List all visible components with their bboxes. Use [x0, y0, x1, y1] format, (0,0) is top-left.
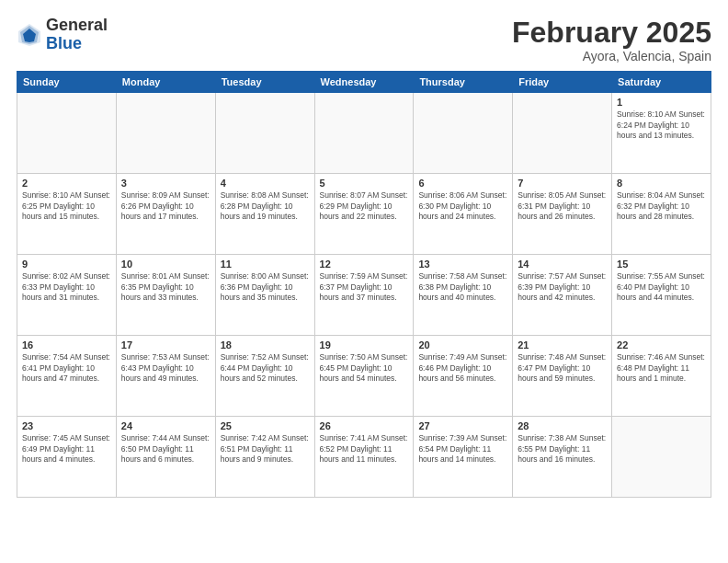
- day-info: Sunrise: 7:44 AM Sunset: 6:50 PM Dayligh…: [121, 433, 210, 465]
- day-number: 15: [617, 259, 706, 270]
- day-number: 11: [221, 259, 310, 270]
- day-number: 20: [418, 339, 507, 350]
- day-number: 9: [22, 259, 111, 270]
- table-row: 19Sunrise: 7:50 AM Sunset: 6:45 PM Dayli…: [314, 336, 414, 417]
- day-number: 18: [221, 339, 310, 350]
- day-number: 8: [617, 178, 706, 189]
- day-info: Sunrise: 8:04 AM Sunset: 6:32 PM Dayligh…: [617, 190, 706, 222]
- table-row: 22Sunrise: 7:46 AM Sunset: 6:48 PM Dayli…: [612, 336, 711, 417]
- day-number: 28: [518, 420, 607, 431]
- day-number: 2: [22, 178, 111, 189]
- day-info: Sunrise: 7:50 AM Sunset: 6:45 PM Dayligh…: [320, 352, 409, 384]
- day-info: Sunrise: 8:08 AM Sunset: 6:28 PM Dayligh…: [221, 190, 310, 222]
- calendar-week-row: 23Sunrise: 7:45 AM Sunset: 6:49 PM Dayli…: [17, 417, 711, 498]
- day-number: 13: [418, 259, 507, 270]
- calendar-week-row: 9Sunrise: 8:02 AM Sunset: 6:33 PM Daylig…: [17, 255, 711, 336]
- day-info: Sunrise: 7:53 AM Sunset: 6:43 PM Dayligh…: [121, 352, 210, 384]
- table-row: 23Sunrise: 7:45 AM Sunset: 6:49 PM Dayli…: [17, 417, 117, 498]
- logo-text: General Blue: [46, 17, 108, 53]
- table-row: 2Sunrise: 8:10 AM Sunset: 6:25 PM Daylig…: [17, 174, 117, 255]
- day-number: 19: [320, 339, 409, 350]
- day-number: 5: [320, 178, 409, 189]
- table-row: [314, 93, 414, 174]
- table-row: 10Sunrise: 8:01 AM Sunset: 6:35 PM Dayli…: [116, 255, 215, 336]
- day-number: 12: [320, 259, 409, 270]
- table-row: 1Sunrise: 8:10 AM Sunset: 6:24 PM Daylig…: [612, 93, 711, 174]
- calendar-header-row: Sunday Monday Tuesday Wednesday Thursday…: [17, 72, 711, 93]
- col-tuesday: Tuesday: [215, 72, 314, 93]
- logo-general: General: [46, 17, 108, 35]
- table-row: 16Sunrise: 7:54 AM Sunset: 6:41 PM Dayli…: [17, 336, 117, 417]
- day-info: Sunrise: 7:57 AM Sunset: 6:39 PM Dayligh…: [518, 271, 607, 303]
- day-info: Sunrise: 8:05 AM Sunset: 6:31 PM Dayligh…: [518, 190, 607, 222]
- col-thursday: Thursday: [414, 72, 513, 93]
- day-info: Sunrise: 7:41 AM Sunset: 6:52 PM Dayligh…: [320, 433, 409, 465]
- table-row: 21Sunrise: 7:48 AM Sunset: 6:47 PM Dayli…: [513, 336, 612, 417]
- day-info: Sunrise: 7:46 AM Sunset: 6:48 PM Dayligh…: [617, 352, 706, 384]
- day-info: Sunrise: 8:02 AM Sunset: 6:33 PM Dayligh…: [22, 271, 111, 303]
- calendar-title: February 2025: [512, 17, 711, 49]
- day-info: Sunrise: 8:09 AM Sunset: 6:26 PM Dayligh…: [121, 190, 210, 222]
- day-info: Sunrise: 8:01 AM Sunset: 6:35 PM Dayligh…: [121, 271, 210, 303]
- col-wednesday: Wednesday: [314, 72, 414, 93]
- day-number: 6: [418, 178, 507, 189]
- day-info: Sunrise: 7:54 AM Sunset: 6:41 PM Dayligh…: [22, 352, 111, 384]
- table-row: 8Sunrise: 8:04 AM Sunset: 6:32 PM Daylig…: [612, 174, 711, 255]
- table-row: 11Sunrise: 8:00 AM Sunset: 6:36 PM Dayli…: [215, 255, 314, 336]
- table-row: 27Sunrise: 7:39 AM Sunset: 6:54 PM Dayli…: [414, 417, 513, 498]
- day-number: 21: [518, 339, 607, 350]
- logo: General Blue: [17, 17, 108, 53]
- table-row: [116, 93, 215, 174]
- col-friday: Friday: [513, 72, 612, 93]
- table-row: 6Sunrise: 8:06 AM Sunset: 6:30 PM Daylig…: [414, 174, 513, 255]
- logo-blue: Blue: [46, 35, 108, 53]
- calendar-week-row: 2Sunrise: 8:10 AM Sunset: 6:25 PM Daylig…: [17, 174, 711, 255]
- table-row: 12Sunrise: 7:59 AM Sunset: 6:37 PM Dayli…: [314, 255, 414, 336]
- day-number: 26: [320, 420, 409, 431]
- day-info: Sunrise: 7:48 AM Sunset: 6:47 PM Dayligh…: [518, 352, 607, 384]
- day-number: 14: [518, 259, 607, 270]
- table-row: 14Sunrise: 7:57 AM Sunset: 6:39 PM Dayli…: [513, 255, 612, 336]
- table-row: 3Sunrise: 8:09 AM Sunset: 6:26 PM Daylig…: [116, 174, 215, 255]
- table-row: [414, 93, 513, 174]
- day-info: Sunrise: 8:07 AM Sunset: 6:29 PM Dayligh…: [320, 190, 409, 222]
- col-monday: Monday: [116, 72, 215, 93]
- day-number: 4: [221, 178, 310, 189]
- day-info: Sunrise: 7:59 AM Sunset: 6:37 PM Dayligh…: [320, 271, 409, 303]
- title-block: February 2025 Ayora, Valencia, Spain: [512, 17, 711, 63]
- day-info: Sunrise: 8:06 AM Sunset: 6:30 PM Dayligh…: [418, 190, 507, 222]
- day-info: Sunrise: 8:00 AM Sunset: 6:36 PM Dayligh…: [221, 271, 310, 303]
- calendar-week-row: 16Sunrise: 7:54 AM Sunset: 6:41 PM Dayli…: [17, 336, 711, 417]
- calendar-week-row: 1Sunrise: 8:10 AM Sunset: 6:24 PM Daylig…: [17, 93, 711, 174]
- day-number: 25: [221, 420, 310, 431]
- day-info: Sunrise: 7:49 AM Sunset: 6:46 PM Dayligh…: [418, 352, 507, 384]
- table-row: [17, 93, 117, 174]
- page-header: General Blue February 2025 Ayora, Valenc…: [17, 17, 711, 63]
- day-info: Sunrise: 7:58 AM Sunset: 6:38 PM Dayligh…: [418, 271, 507, 303]
- table-row: 17Sunrise: 7:53 AM Sunset: 6:43 PM Dayli…: [116, 336, 215, 417]
- table-row: 20Sunrise: 7:49 AM Sunset: 6:46 PM Dayli…: [414, 336, 513, 417]
- day-number: 16: [22, 339, 111, 350]
- day-info: Sunrise: 7:52 AM Sunset: 6:44 PM Dayligh…: [221, 352, 310, 384]
- table-row: 26Sunrise: 7:41 AM Sunset: 6:52 PM Dayli…: [314, 417, 414, 498]
- day-number: 17: [121, 339, 210, 350]
- table-row: 13Sunrise: 7:58 AM Sunset: 6:38 PM Dayli…: [414, 255, 513, 336]
- day-info: Sunrise: 7:42 AM Sunset: 6:51 PM Dayligh…: [221, 433, 310, 465]
- table-row: 15Sunrise: 7:55 AM Sunset: 6:40 PM Dayli…: [612, 255, 711, 336]
- col-saturday: Saturday: [612, 72, 711, 93]
- day-number: 7: [518, 178, 607, 189]
- table-row: 4Sunrise: 8:08 AM Sunset: 6:28 PM Daylig…: [215, 174, 314, 255]
- table-row: 28Sunrise: 7:38 AM Sunset: 6:55 PM Dayli…: [513, 417, 612, 498]
- day-info: Sunrise: 8:10 AM Sunset: 6:25 PM Dayligh…: [22, 190, 111, 222]
- day-number: 24: [121, 420, 210, 431]
- day-info: Sunrise: 7:45 AM Sunset: 6:49 PM Dayligh…: [22, 433, 111, 465]
- table-row: [513, 93, 612, 174]
- table-row: 5Sunrise: 8:07 AM Sunset: 6:29 PM Daylig…: [314, 174, 414, 255]
- table-row: 25Sunrise: 7:42 AM Sunset: 6:51 PM Dayli…: [215, 417, 314, 498]
- day-info: Sunrise: 7:39 AM Sunset: 6:54 PM Dayligh…: [418, 433, 507, 465]
- day-info: Sunrise: 7:38 AM Sunset: 6:55 PM Dayligh…: [518, 433, 607, 465]
- calendar-subtitle: Ayora, Valencia, Spain: [512, 49, 711, 63]
- day-info: Sunrise: 8:10 AM Sunset: 6:24 PM Dayligh…: [617, 109, 706, 141]
- table-row: [612, 417, 711, 498]
- table-row: 18Sunrise: 7:52 AM Sunset: 6:44 PM Dayli…: [215, 336, 314, 417]
